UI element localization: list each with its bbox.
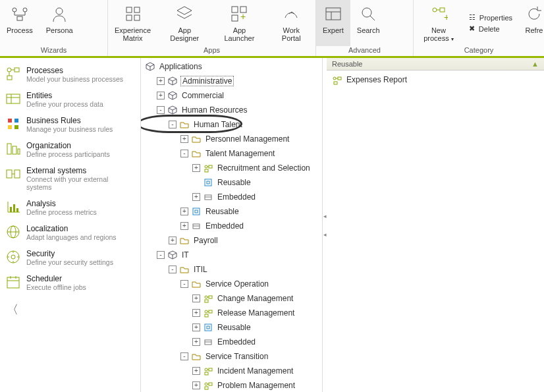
sidebar: ProcessesModel your business processesEn… — [0, 58, 141, 392]
expander[interactable]: + — [180, 135, 188, 143]
svg-rect-24 — [7, 76, 12, 80]
expander[interactable]: + — [157, 77, 165, 85]
svg-rect-6 — [126, 15, 132, 20]
tree-node[interactable]: -IT — [141, 248, 322, 262]
sidebar-item-business-rules[interactable]: Business RulesManage your business rules — [3, 112, 138, 137]
expander[interactable]: - — [180, 352, 188, 360]
delete-icon: ✖ — [469, 24, 475, 33]
ribbon-group-category: Category — [414, 46, 544, 56]
tree-node[interactable]: -Service Transition — [141, 349, 322, 364]
svg-rect-30 — [14, 119, 18, 123]
ribbon-persona[interactable]: Persona — [40, 0, 80, 46]
sidebar-item-external-systems[interactable]: External systemsConnect with your extern… — [3, 162, 138, 195]
expander[interactable]: + — [192, 323, 200, 331]
svg-text:+: + — [240, 11, 246, 22]
ribbon-app-launcher[interactable]: + App Launcher — [211, 0, 267, 46]
right-item-expenses-report[interactable]: Expenses Report — [332, 73, 539, 86]
svg-point-89 — [333, 77, 336, 80]
svg-point-85 — [205, 383, 207, 385]
svg-rect-37 — [14, 170, 20, 178]
right-header[interactable]: Reusable ▲ — [327, 58, 544, 70]
sidebar-item-organization[interactable]: OrganizationDefine process participants — [3, 137, 138, 162]
svg-rect-90 — [338, 77, 341, 80]
ribbon-app-designer[interactable]: App Designer — [157, 0, 211, 46]
svg-rect-66 — [195, 210, 198, 213]
svg-point-48 — [11, 255, 15, 259]
ribbon-work-portal[interactable]: Work Portal — [267, 0, 315, 46]
svg-rect-53 — [7, 277, 19, 288]
svg-rect-43 — [16, 208, 18, 212]
svg-text:+: + — [444, 12, 448, 22]
expander[interactable]: + — [180, 222, 188, 230]
ribbon-expert[interactable]: Expert — [316, 0, 350, 46]
expander[interactable]: + — [192, 164, 200, 172]
tree-node[interactable]: +Change Management — [141, 291, 322, 306]
svg-rect-4 — [126, 7, 132, 13]
ribbon-properties[interactable]: ☷Properties — [469, 13, 512, 22]
tree-node[interactable]: -Human Resources — [141, 103, 322, 117]
sidebar-item-security[interactable]: SecurityDefine your security settings — [3, 245, 138, 270]
tree-root[interactable]: Applications — [141, 59, 322, 74]
expander[interactable]: + — [180, 208, 188, 215]
tree-node[interactable]: +Embedded — [141, 190, 322, 204]
sidebar-item-entities[interactable]: EntitiesDefine your process data — [3, 87, 138, 112]
tree-node[interactable]: +Reusable — [141, 320, 322, 335]
sidebar-item-processes[interactable]: ProcessesModel your business processes — [3, 62, 138, 87]
expander[interactable]: - — [169, 121, 177, 128]
expander[interactable]: - — [157, 106, 165, 114]
cube-icon — [145, 61, 155, 72]
expander[interactable]: + — [192, 338, 200, 346]
new-process-icon: + — [429, 4, 449, 24]
expander[interactable]: + — [169, 237, 177, 244]
tree-node[interactable]: +Release Management — [141, 306, 322, 320]
tree-node[interactable]: Reusable — [141, 175, 322, 190]
tree-node[interactable]: +Payroll — [141, 233, 322, 248]
tree-node[interactable]: +Administrative — [141, 74, 322, 88]
tree-node[interactable]: -Human Talent — [141, 117, 322, 132]
expander[interactable]: + — [157, 92, 165, 99]
expander[interactable]: - — [169, 266, 177, 273]
expander[interactable]: + — [192, 193, 200, 201]
tree-node[interactable]: +Personnel Management — [141, 132, 322, 146]
expander[interactable]: + — [192, 294, 200, 302]
ribbon-refresh[interactable]: Refre — [518, 0, 544, 46]
svg-rect-82 — [209, 368, 212, 371]
back-button[interactable]: 〈 — [3, 295, 138, 324]
ribbon: Process Persona Wizards Experience Matri… — [0, 0, 544, 58]
svg-rect-8 — [232, 7, 238, 13]
svg-point-3 — [56, 8, 63, 14]
sidebar-item-scheduler[interactable]: SchedulerExecute offline jobs — [3, 270, 138, 295]
tree-node[interactable]: +Reusable — [141, 204, 322, 219]
svg-rect-41 — [10, 207, 12, 212]
expander[interactable]: + — [192, 381, 200, 389]
tree-node[interactable]: +Embedded — [141, 335, 322, 349]
tree-node[interactable]: -ITIL — [141, 262, 322, 277]
tree-node[interactable]: +Recruitment and Selection — [141, 161, 322, 175]
tree-node[interactable]: -Service Operation — [141, 277, 322, 291]
ribbon-process[interactable]: Process — [0, 0, 40, 46]
ribbon-group-wizards: Wizards — [0, 46, 107, 56]
expander[interactable]: + — [192, 367, 200, 375]
ribbon-new-process[interactable]: + New process ▾ — [414, 0, 464, 46]
tree-node[interactable]: +Embedded — [141, 219, 322, 233]
tree-node[interactable]: +Commercial — [141, 88, 322, 103]
tree-node[interactable]: +Problem Management — [141, 378, 322, 392]
ribbon-delete[interactable]: ✖Delete — [469, 24, 512, 33]
sidebar-item-analysis[interactable]: AnalysisDefine process metrics — [3, 195, 138, 220]
sidebar-item-localization[interactable]: LocalizationAdapt languages and regions — [3, 220, 138, 245]
expander[interactable]: - — [157, 251, 165, 259]
tree-node[interactable]: +Incident Management — [141, 364, 322, 378]
ribbon-search[interactable]: Search — [350, 0, 387, 46]
svg-rect-92 — [334, 82, 337, 84]
ribbon-group-apps: Apps — [108, 46, 315, 56]
embed-icon — [203, 192, 213, 202]
expander[interactable]: - — [180, 150, 188, 157]
refresh-icon — [524, 4, 544, 24]
expander[interactable]: - — [180, 280, 188, 288]
matrix-icon — [123, 4, 143, 24]
ribbon-experience-matrix[interactable]: Experience Matrix — [108, 0, 157, 46]
expert-icon — [323, 4, 343, 24]
tree-node[interactable]: -Talent Management — [141, 146, 322, 161]
svg-rect-36 — [7, 170, 12, 178]
expander[interactable]: + — [192, 309, 200, 317]
